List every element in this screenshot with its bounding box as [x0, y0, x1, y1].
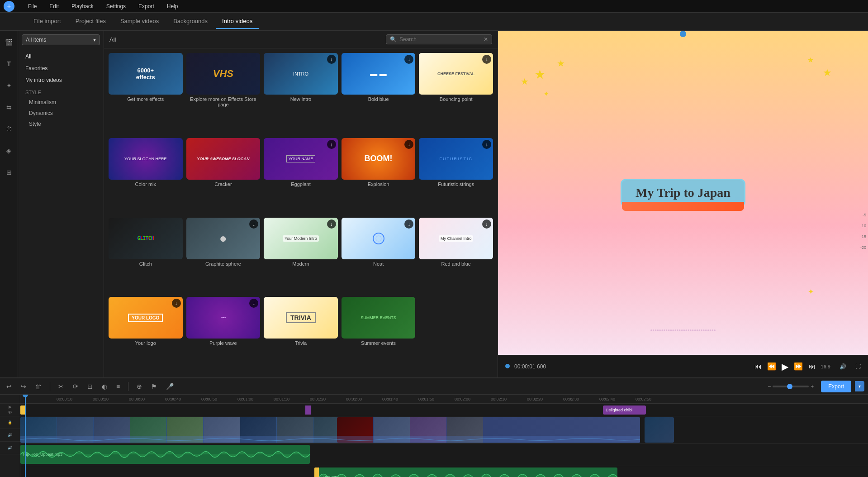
download-neat[interactable]: ↓ [404, 219, 413, 229]
crop-button[interactable]: ⊡ [85, 382, 95, 391]
tab-intro-videos[interactable]: Intro videos [216, 14, 259, 29]
zoom-in-icon[interactable]: + [811, 383, 814, 390]
clear-search-icon[interactable]: ✕ [484, 36, 488, 43]
audio-clip-juno[interactable]: Juno.mp3 [319, 467, 617, 477]
grid-item-summer[interactable]: SUMMER EVENTS Summer events [342, 297, 416, 373]
video-track[interactable] [20, 416, 868, 444]
filter-dropdown[interactable]: All items ▾ [22, 34, 100, 45]
media-icon[interactable]: 🎬 [2, 35, 16, 49]
step-forward-button[interactable]: ⏩ [794, 362, 803, 371]
grid-item-color-mix[interactable]: YOUR SLOGAN HERE Color mix [109, 138, 183, 214]
zoom-thumb[interactable] [787, 384, 792, 389]
export-button[interactable]: Export [821, 381, 851, 392]
audio-track-2[interactable]: Juno.mp3 [20, 466, 868, 477]
time-00-10: 00:00:10 [57, 397, 72, 401]
tab-file-import[interactable]: File import [27, 14, 67, 29]
filter-favorites[interactable]: Favorites [18, 62, 104, 74]
color-button[interactable]: ◐ [99, 382, 110, 391]
marker-button[interactable]: ⚑ [148, 382, 160, 391]
step-back-button[interactable]: ⏪ [767, 362, 776, 371]
play-button[interactable]: ▶ [782, 361, 788, 372]
audio-clip-hiphop[interactable]: Hip-Hop_Upbeat.mp3 [20, 445, 310, 464]
download-modern[interactable]: ↓ [327, 219, 336, 229]
transitions-icon[interactable]: ⇆ [2, 100, 16, 114]
download-new-intro[interactable]: ↓ [327, 55, 336, 64]
skip-start-button[interactable]: ⏮ [754, 363, 762, 371]
skip-end-button[interactable]: ⏭ [808, 363, 816, 371]
motion-button[interactable]: ⊕ [134, 382, 145, 391]
menu-help[interactable]: Help [164, 2, 181, 10]
download-graphite[interactable]: ↓ [249, 219, 258, 229]
search-input[interactable] [399, 36, 481, 43]
download-logo[interactable]: ↓ [172, 299, 181, 308]
grid-item-new-intro[interactable]: ↓ INTRO New intro [264, 53, 338, 134]
search-box[interactable]: 🔍 ✕ [386, 34, 492, 44]
stabilize-button[interactable]: ⟳ [70, 382, 81, 391]
history-icon[interactable]: ⏱ [2, 122, 16, 136]
fullscreen-icon[interactable]: ⛶ [855, 363, 861, 370]
label-purple: Purple wave [209, 340, 237, 346]
download-redblue[interactable]: ↓ [482, 219, 491, 229]
grid-item-effects[interactable]: 6000+effects Get more effects [109, 53, 183, 134]
download-futuristic[interactable]: ↓ [482, 140, 491, 149]
filter-dynamics[interactable]: Dynamics [18, 108, 104, 119]
grid-item-explosion[interactable]: ↓ BOOM! Explosion [342, 138, 416, 214]
menu-playback[interactable]: Playback [69, 2, 96, 10]
volume-icon[interactable]: 🔊 [840, 363, 846, 370]
grid-item-vhs[interactable]: VHS Explore more on Effects Store page [186, 53, 261, 134]
delete-button[interactable]: 🗑 [33, 382, 44, 391]
track-v1-eye[interactable]: 👁 [8, 410, 12, 415]
tab-sample-videos[interactable]: Sample videos [114, 14, 165, 29]
filter-all[interactable]: All [18, 51, 104, 62]
download-eggplant[interactable]: ↓ [327, 140, 336, 149]
audio-track-1[interactable]: Hip-Hop_Upbeat.mp3 [20, 444, 868, 466]
filter-my-intros[interactable]: My intro videos [18, 74, 104, 86]
timeline-tracks[interactable]: 00:00:10 00:00:20 00:00:30 00:00:40 00:0… [20, 395, 868, 477]
grid-item-neat[interactable]: ↓ Neat [342, 218, 416, 294]
juno-start-marker[interactable] [314, 467, 319, 477]
grid-item-redblue[interactable]: ↓ My Channel Intro Red and blue [419, 218, 493, 294]
grid-item-logo[interactable]: ↓ YOUR LOGO Your logo [109, 297, 183, 373]
menu-settings[interactable]: Settings [104, 2, 128, 10]
filter-style[interactable]: Style [18, 119, 104, 129]
filter-minimalism[interactable]: Minimalism [18, 97, 104, 108]
grid-item-bouncing[interactable]: ↓ CHEESE FESTIVAL Bouncing point [419, 53, 493, 134]
export-dropdown-button[interactable]: ▾ [855, 381, 864, 391]
video-clip-2[interactable] [645, 417, 674, 443]
grid-item-bold-blue[interactable]: ↓ ▬ ▬ Bold blue [342, 53, 416, 134]
grid-item-purple[interactable]: ↓ ~ Purple wave [186, 297, 261, 373]
menu-file[interactable]: File [25, 2, 39, 10]
download-explosion[interactable]: ↓ [404, 140, 413, 149]
grid-item-futuristic[interactable]: ↓ FUTURISTIC Futuristic strings [419, 138, 493, 214]
cut-button[interactable]: ✂ [56, 382, 66, 391]
tab-project-files[interactable]: Project files [69, 14, 112, 29]
intro-clip[interactable]: Delighted chibi [603, 405, 646, 415]
grid-item-modern[interactable]: ↓ Your Modern Intro Modern [264, 218, 338, 294]
stickers-icon[interactable]: ◈ [2, 144, 16, 157]
voice-button[interactable]: 🎤 [163, 382, 176, 391]
track-a1-mute[interactable]: 🔊 [8, 433, 12, 437]
effects-icon[interactable]: ✦ [2, 79, 16, 92]
download-purple[interactable]: ↓ [249, 299, 258, 308]
text-icon[interactable]: T [2, 57, 16, 71]
track-a2-mute[interactable]: 🔊 [8, 446, 12, 450]
grid-item-eggplant[interactable]: ↓ YOUR NAME Eggplant [264, 138, 338, 214]
undo-button[interactable]: ↩ [4, 382, 14, 391]
intro-marker-end[interactable] [305, 405, 311, 415]
grid-item-trivia[interactable]: TRIVIA Trivia [264, 297, 338, 373]
menu-export[interactable]: Export [136, 2, 157, 10]
redo-button[interactable]: ↪ [18, 382, 29, 391]
tab-backgrounds[interactable]: Backgrounds [167, 14, 214, 29]
split-button[interactable]: ≡ [114, 382, 123, 391]
zoom-track[interactable] [773, 386, 809, 387]
menu-edit[interactable]: Edit [47, 2, 62, 10]
grid-item-glitch[interactable]: GLITCH Glitch [109, 218, 183, 294]
download-bold-blue[interactable]: ↓ [404, 55, 413, 64]
grid-item-graphite[interactable]: ↓ ● Graphite sphere [186, 218, 261, 294]
layers-icon[interactable]: ⊞ [2, 166, 16, 179]
zoom-out-icon[interactable]: − [768, 383, 771, 390]
download-bouncing[interactable]: ↓ [482, 55, 491, 64]
grid-item-cracker[interactable]: YOUR AWESOME SLOGAN Cracker [186, 138, 261, 214]
add-button[interactable]: + [4, 1, 14, 12]
sparkle-icon-2: ✦ [808, 287, 814, 296]
